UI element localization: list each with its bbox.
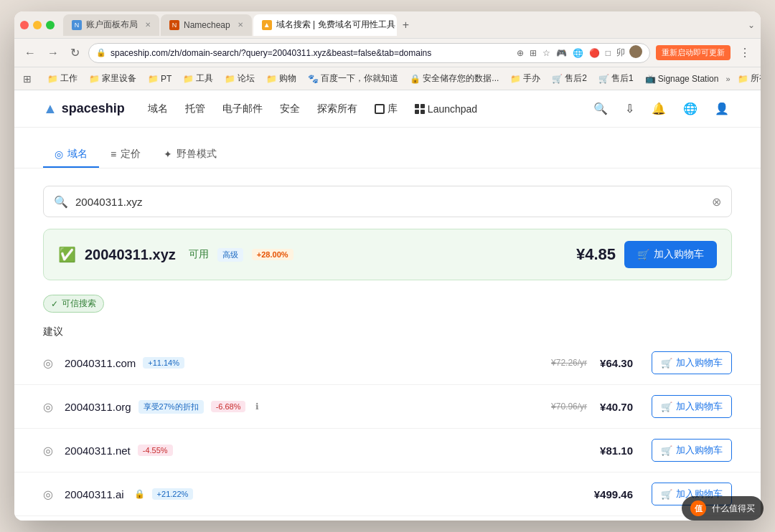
tab-favicon-namecheap: N (169, 20, 179, 30)
minimize-button[interactable] (33, 21, 42, 29)
nav-domain[interactable]: 域名 (148, 103, 168, 115)
old-price-org: ¥70.96/yr (551, 402, 587, 412)
domain-net: 20040311.net (65, 445, 131, 457)
menu-button[interactable]: ⋮ (736, 44, 753, 61)
add-cart-org-button[interactable]: 🛒 加入购物车 (652, 395, 732, 418)
tab-close-account[interactable]: ✕ (145, 21, 151, 29)
suggestion-row-net: ◎ 20040311.net -4.55% ¥81.10 🛒 加入购物车 (14, 429, 761, 472)
result-price: ¥4.85 (576, 245, 616, 264)
bookmark-forum[interactable]: 📁论坛 (220, 71, 259, 86)
url-actions: ⊕ ⊞ ☆ 🎮 🌐 🔴 □ 卯 (515, 45, 642, 60)
result-available-label: 可用 (189, 248, 209, 261)
ext-icon4[interactable]: □ (604, 45, 612, 60)
ext-icon1[interactable]: 🎮 (555, 45, 568, 60)
search-box: 🔍 ⊗ (43, 186, 732, 217)
info-icon-org: ℹ (255, 402, 259, 412)
nav-launchpad[interactable]: Launchpad (415, 103, 477, 115)
main-content: ▲ spaceship 域名 托管 电子邮件 安全 探索所有 库 (14, 90, 761, 521)
bookmark-home-devices[interactable]: 📁家里设备 (85, 71, 141, 86)
add-cart-com-button[interactable]: 🛒 加入购物车 (652, 351, 732, 374)
search-clear-icon[interactable]: ⊗ (712, 195, 721, 209)
all-bookmarks[interactable]: 📁所有书签 (733, 71, 761, 86)
nav-ku[interactable]: 库 (375, 103, 398, 115)
nav-email[interactable]: 电子邮件 (222, 103, 263, 115)
tab-chevron-button[interactable]: ⌄ (748, 20, 755, 30)
nav-hosting[interactable]: 托管 (185, 103, 205, 115)
tab-pricing[interactable]: ≡ 定价 (99, 142, 152, 168)
bookmark-baidu[interactable]: 🐾百度一下，你就知道 (304, 71, 403, 86)
tab-bar: N 账户面板布局 ✕ N Namecheap ✕ ▲ 域名搜索 | 免费域名可用… (63, 14, 748, 36)
more-bookmarks[interactable]: » (725, 75, 730, 83)
bookmark-aftersale1[interactable]: 🛒售后1 (594, 71, 638, 86)
tab-close-namecheap[interactable]: ✕ (238, 21, 243, 29)
bookmark-shopping[interactable]: 📁购物 (262, 71, 301, 86)
star-icon[interactable]: ☆ (541, 45, 552, 60)
bookmark-url-icon[interactable]: ⊕ (515, 45, 525, 60)
domain-org: 20040311.org (65, 401, 131, 413)
site-search-button[interactable]: 🔍 (591, 99, 611, 118)
site-bell-button[interactable]: 🔔 (649, 99, 669, 118)
ext-icon2[interactable]: 🌐 (571, 45, 585, 60)
grid-view-button[interactable]: ⊞ (20, 72, 34, 86)
close-button[interactable] (20, 21, 29, 29)
url-bar[interactable]: 🔒 spaceship.com/zh/domain-search/?query=… (88, 43, 650, 63)
bookmark-pt[interactable]: 📁PT (144, 72, 176, 85)
add-cart-net-button[interactable]: 🛒 加入购物车 (652, 439, 732, 462)
trusted-label: 可信搜索 (62, 298, 96, 310)
tab-beast-mode[interactable]: ✦ 野兽模式 (152, 142, 228, 168)
bookmark-figures[interactable]: 📁手办 (506, 71, 545, 86)
tab-label-domain: 域名搜索 | 免费域名可用性工具 (276, 19, 395, 31)
address-bar: ← → ↻ 🔒 spaceship.com/zh/domain-search/?… (14, 39, 761, 67)
site-logo[interactable]: ▲ spaceship (43, 100, 125, 117)
titlebar: N 账户面板布局 ✕ N Namecheap ✕ ▲ 域名搜索 | 免费域名可用… (14, 11, 761, 39)
bookmark-aftersale2[interactable]: 🛒售后2 (548, 71, 591, 86)
watermark: 值 什么值得买 (682, 496, 764, 521)
ext-icon5[interactable]: 卯 (615, 45, 626, 60)
lock-icon: 🔒 (96, 48, 106, 57)
reload-button[interactable]: ↻ (67, 44, 83, 61)
add-to-cart-button[interactable]: 🛒 加入购物车 (624, 241, 717, 268)
site-globe-button[interactable]: 🌐 (680, 99, 700, 118)
bookmark-secure[interactable]: 🔒安全储存您的数据... (405, 71, 503, 86)
site-nav: 域名 托管 电子邮件 安全 探索所有 库 Launchpad (148, 103, 477, 115)
tab-domain-search-type[interactable]: ◎ 域名 (43, 142, 99, 168)
launchpad-icon (415, 104, 425, 114)
trusted-icon: ✓ (51, 299, 58, 309)
bookmark-work[interactable]: 📁工作 (43, 71, 82, 86)
site-header: ▲ spaceship 域名 托管 电子邮件 安全 探索所有 库 (14, 90, 761, 128)
forward-button[interactable]: → (44, 45, 62, 61)
url-text: spaceship.com/zh/domain-search/?query=20… (111, 48, 511, 58)
tab-domain-search[interactable]: ▲ 域名搜索 | 免费域名可用性工具 ✕ (253, 14, 397, 36)
back-button[interactable]: ← (22, 45, 39, 61)
badge-ai: +21.22% (152, 488, 194, 500)
badge-com: +11.14% (143, 357, 184, 369)
domain-com: 20040311.com (65, 357, 136, 369)
beast-tab-label: 野兽模式 (177, 148, 217, 161)
badge-premium: 高级 (217, 248, 243, 262)
maximize-button[interactable] (46, 21, 55, 29)
site-download-button[interactable]: ⇩ (622, 99, 637, 118)
badge-org-discount: 享受27%的折扣 (138, 400, 204, 414)
domain-search-input[interactable] (75, 196, 705, 208)
globe-icon-ai: ◎ (43, 488, 57, 501)
suggestions-title: 建议 (14, 317, 761, 341)
new-tab-button[interactable]: + (398, 19, 413, 32)
search-section: 🔍 ⊗ (14, 168, 761, 229)
price-com: ¥64.30 (600, 357, 633, 369)
price-org: ¥40.70 (600, 401, 633, 413)
ext-icon3[interactable]: 🔴 (588, 45, 601, 60)
site-user-button[interactable]: 👤 (712, 99, 732, 118)
tab-namecheap[interactable]: N Namecheap ✕ (161, 14, 252, 36)
tab-account[interactable]: N 账户面板布局 ✕ (63, 14, 159, 36)
bookmark-tools[interactable]: 📁工具 (179, 71, 217, 86)
suggestion-row-com: ◎ 20040311.com +11.14% ¥72.26/yr ¥64.30 … (14, 341, 761, 385)
bookmark-signage[interactable]: 📺Signage Station (641, 72, 723, 85)
pricing-tab-label: 定价 (121, 148, 141, 161)
reload-cta-button[interactable]: 重新启动即可更新 (656, 45, 731, 60)
qr-icon[interactable]: ⊞ (528, 45, 538, 60)
watermark-text: 什么值得买 (712, 503, 755, 515)
nav-security[interactable]: 安全 (280, 103, 300, 115)
cart-icon-ai: 🛒 (661, 489, 672, 500)
user-avatar[interactable] (629, 45, 642, 58)
nav-explore[interactable]: 探索所有 (317, 103, 357, 115)
